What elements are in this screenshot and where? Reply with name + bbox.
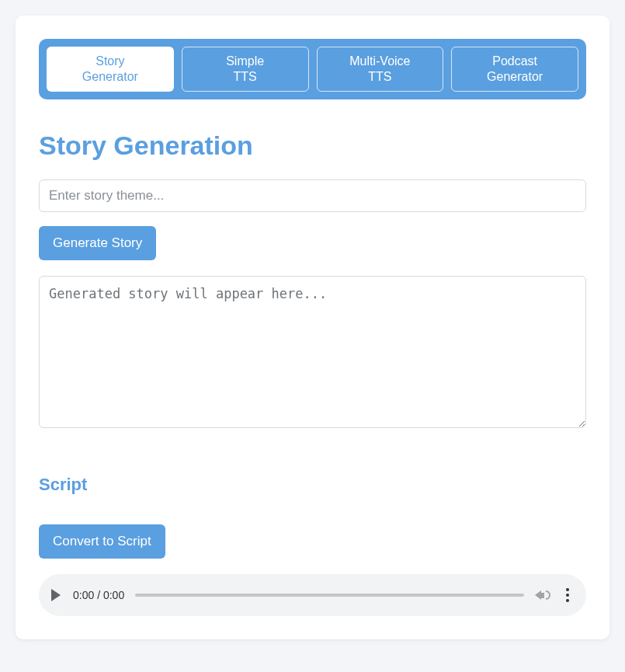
generate-story-button[interactable]: Generate Story xyxy=(39,226,156,260)
play-icon[interactable] xyxy=(51,589,61,601)
convert-to-script-button[interactable]: Convert to Script xyxy=(39,524,165,559)
tab-simple-tts[interactable]: SimpleTTS xyxy=(182,47,309,92)
page-title: Story Generation xyxy=(39,131,586,161)
audio-player[interactable]: 0:00 / 0:00 xyxy=(39,574,586,616)
tab-story-generator[interactable]: StoryGenerator xyxy=(47,47,174,92)
audio-total-time: 0:00 xyxy=(103,589,124,601)
audio-progress-track[interactable] xyxy=(135,594,524,597)
tab-label: StoryGenerator xyxy=(55,54,165,85)
story-output-textarea[interactable] xyxy=(39,276,586,428)
tab-label: Multi-VoiceTTS xyxy=(325,54,436,85)
audio-current-time: 0:00 xyxy=(73,589,94,601)
tab-label: SimpleTTS xyxy=(190,54,300,85)
tab-label: PodcastGenerator xyxy=(460,54,570,85)
volume-icon[interactable] xyxy=(535,590,550,600)
main-card: StoryGenerator SimpleTTS Multi-VoiceTTS … xyxy=(16,16,609,639)
tab-podcast-generator[interactable]: PodcastGenerator xyxy=(451,47,578,92)
audio-menu-button[interactable] xyxy=(561,585,574,605)
tabs-bar: StoryGenerator SimpleTTS Multi-VoiceTTS … xyxy=(39,39,586,99)
script-section-title: Script xyxy=(39,475,586,495)
story-theme-input[interactable] xyxy=(39,179,586,212)
audio-time: 0:00 / 0:00 xyxy=(73,589,124,601)
tab-multi-voice-tts[interactable]: Multi-VoiceTTS xyxy=(317,47,444,92)
